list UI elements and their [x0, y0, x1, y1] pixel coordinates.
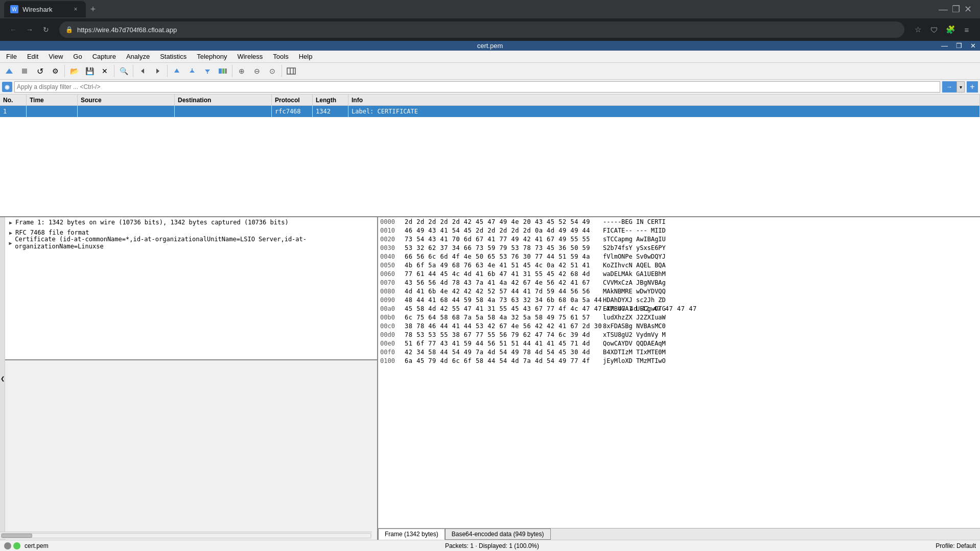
browser-tab[interactable]: W Wireshark ×: [4, 1, 86, 17]
display-filter-input[interactable]: [14, 81, 940, 93]
ready-icon[interactable]: [4, 542, 11, 549]
hex-bytes: 78 53 53 55 38 67 77 55 56 79 62 47 74 6…: [405, 331, 599, 338]
restart-capture-button[interactable]: ↺: [33, 64, 47, 78]
ws-titlebar: cert.pem — ❐ ✕: [0, 41, 980, 51]
tree-item-frame[interactable]: ▶ Frame 1: 1342 bytes on wire (10736 bit…: [5, 217, 377, 227]
hex-row: 00f042 34 58 44 54 49 7a 4d 54 49 78 4d …: [378, 348, 980, 356]
toolbar-separator-6: [282, 65, 282, 77]
address-bar[interactable]: 🔒 https://wire.4b7d704f68.cfloat.app: [59, 21, 904, 38]
hex-bytes: 53 32 62 37 34 66 73 59 79 53 78 73 45 3…: [405, 244, 599, 251]
tab-close-button[interactable]: ×: [72, 5, 80, 13]
hex-row: 006077 61 44 45 4c 4d 41 6b 47 41 31 55 …: [378, 269, 980, 278]
status-ok-icon[interactable]: [13, 542, 20, 549]
zoom-out-button[interactable]: ⊖: [250, 64, 264, 78]
detail-hex-area: ❮ ▶ Frame 1: 1342 bytes on wire (10736 b…: [0, 217, 980, 540]
tab-frame[interactable]: Frame (1342 bytes): [378, 529, 445, 540]
menu-file[interactable]: File: [2, 52, 21, 61]
hex-row: 009048 44 41 68 44 59 58 4a 73 63 32 34 …: [378, 295, 980, 304]
open-file-button[interactable]: 📂: [67, 64, 81, 78]
hex-offset: 0000: [380, 218, 401, 225]
maximize-button[interactable]: ❐: [952, 4, 960, 15]
zoom-in-button[interactable]: ⊕: [235, 64, 249, 78]
resize-columns-button[interactable]: [284, 64, 298, 78]
find-button[interactable]: 🔍: [116, 64, 131, 78]
hex-ascii: CVVMxCzA JBgNVBAg: [603, 279, 666, 286]
filter-icon: ◉: [2, 82, 12, 92]
go-up-button[interactable]: [170, 64, 184, 78]
forward-button[interactable]: →: [22, 22, 37, 37]
ws-menubar: File Edit View Go Capture Analyze Statis…: [0, 51, 980, 63]
menu-telephony[interactable]: Telephony: [193, 52, 231, 61]
add-filter-button[interactable]: +: [967, 81, 978, 93]
hex-panel-wrapper: 00002d 2d 2d 2d 2d 42 45 47 49 4e 20 43 …: [377, 217, 980, 540]
minimize-button[interactable]: —: [939, 4, 948, 15]
menu-capture[interactable]: Capture: [88, 52, 120, 61]
hex-offset: 0080: [380, 288, 401, 295]
svg-rect-11: [287, 68, 295, 74]
ws-minimize[interactable]: —: [941, 42, 948, 50]
close-file-button[interactable]: ✕: [98, 64, 112, 78]
hex-bytes: 77 61 44 45 4c 4d 41 6b 47 41 31 55 45 4…: [405, 270, 599, 278]
capture-options-button[interactable]: ⚙: [48, 64, 62, 78]
shield-button[interactable]: 🛡: [927, 22, 941, 37]
save-file-button[interactable]: 💾: [82, 64, 97, 78]
close-window-button[interactable]: ✕: [964, 4, 972, 15]
go-forward-button[interactable]: [151, 64, 165, 78]
side-collapse-button[interactable]: ❮: [0, 217, 5, 540]
status-profile: Profile: Default: [936, 542, 976, 549]
frame-label: Frame 1: 1342 bytes on wire (10736 bits)…: [15, 219, 289, 226]
hex-bytes: 66 56 6c 6d 4f 4e 50 65 53 76 30 77 44 5…: [405, 253, 599, 260]
go-last-button[interactable]: [200, 64, 215, 78]
back-button[interactable]: ←: [6, 22, 20, 37]
go-first-button[interactable]: [185, 64, 199, 78]
browser-toolbar: ☆ 🛡 🧩 ≡: [911, 22, 974, 37]
stop-capture-button[interactable]: [17, 64, 32, 78]
expand-icon: ▶: [7, 219, 14, 226]
start-capture-button[interactable]: [2, 64, 16, 78]
hex-offset: 0060: [380, 270, 401, 278]
zoom-reset-button[interactable]: ⊙: [265, 64, 279, 78]
menu-statistics[interactable]: Statistics: [156, 52, 191, 61]
reload-button[interactable]: ↻: [39, 22, 53, 37]
menu-wireless[interactable]: Wireless: [233, 52, 267, 61]
hex-row: 00504b 6f 5a 49 68 76 63 4e 41 51 45 4c …: [378, 261, 980, 269]
packet-list: No. Time Source Destination Protocol Len…: [0, 95, 980, 217]
extension-button[interactable]: 🧩: [943, 22, 958, 37]
hex-row: 00b06c 75 64 58 68 7a 5a 58 4a 32 5a 58 …: [378, 313, 980, 322]
col-header-protocol: Protocol: [272, 95, 313, 105]
menu-help[interactable]: Help: [295, 52, 317, 61]
toolbar-separator-4: [167, 65, 168, 77]
colorize-button[interactable]: [216, 64, 230, 78]
hex-row: 00a045 58 4d 42 55 47 41 31 55 45 43 67 …: [378, 304, 980, 313]
menu-analyze[interactable]: Analyze: [122, 52, 154, 61]
ws-close[interactable]: ✕: [970, 42, 976, 50]
go-back-button[interactable]: [135, 64, 150, 78]
new-tab-button[interactable]: +: [86, 2, 100, 16]
hex-bytes: 45 58 4d 42 55 47 41 31 55 45 43 67 77 4…: [405, 305, 599, 312]
filter-dropdown-button[interactable]: ▾: [956, 81, 965, 93]
hex-bytes: 51 6f 77 43 41 59 44 56 51 51 44 41 41 4…: [405, 340, 599, 347]
hex-row: 00002d 2d 2d 2d 2d 42 45 47 49 4e 20 43 …: [378, 217, 980, 226]
hex-bytes: 4b 6f 5a 49 68 76 63 4e 41 51 45 4c 0a 4…: [405, 262, 599, 269]
menu-go[interactable]: Go: [69, 52, 86, 61]
star-button[interactable]: ☆: [911, 22, 925, 37]
apply-filter-button[interactable]: →: [942, 81, 956, 93]
hex-offset: 0070: [380, 279, 401, 286]
tree-item-cert[interactable]: ▶ Certificate (id-at-commonName=*,id-at-…: [5, 238, 377, 248]
security-icon: 🔒: [65, 26, 73, 33]
menu-button[interactable]: ≡: [960, 22, 974, 37]
tab-base64[interactable]: Base64-encoded data (949 bytes): [445, 529, 551, 540]
packet-row[interactable]: 1 rfc7468 1342 Label: CERTIFICATE: [0, 106, 980, 117]
menu-edit[interactable]: Edit: [23, 52, 42, 61]
hex-ascii: fVlmONPe Sv0wDQYJ: [603, 253, 666, 260]
menu-tools[interactable]: Tools: [269, 52, 292, 61]
cell-time: [27, 106, 78, 117]
cell-source: [78, 106, 175, 117]
hex-offset: 0040: [380, 253, 401, 260]
ws-maximize[interactable]: ❐: [956, 42, 962, 50]
wireshark-app: cert.pem — ❐ ✕ File Edit View Go Capture…: [0, 41, 980, 551]
hex-ascii: xTSU8gU2 VydmVy M: [603, 331, 666, 338]
menu-view[interactable]: View: [44, 52, 67, 61]
hex-offset: 00c0: [380, 323, 401, 330]
cert-label: Certificate (id-at-commonName=*,id-at-or…: [15, 236, 375, 250]
